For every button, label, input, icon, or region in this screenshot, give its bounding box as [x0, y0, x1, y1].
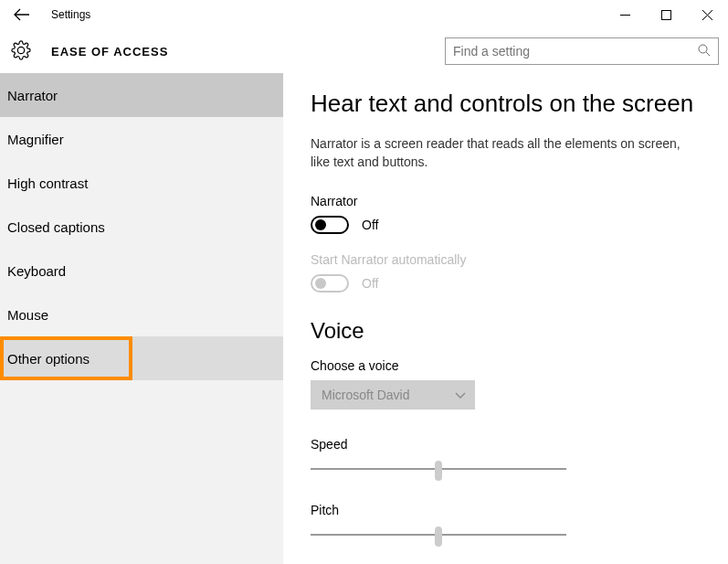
sidebar-item-label: Magnifier: [7, 132, 64, 147]
auto-start-toggle-state: Off: [362, 276, 378, 291]
back-button[interactable]: [13, 5, 31, 24]
sidebar-item-other-options[interactable]: Other options: [0, 336, 283, 380]
svg-point-1: [699, 45, 707, 53]
sidebar-item-keyboard[interactable]: Keyboard: [0, 249, 283, 293]
choose-voice-label: Choose a voice: [311, 358, 701, 373]
pitch-label: Pitch: [311, 503, 701, 517]
titlebar: Settings: [0, 0, 728, 29]
app-title: Settings: [51, 8, 90, 21]
sidebar-item-label: Keyboard: [7, 263, 66, 279]
content-panel: Hear text and controls on the screen Nar…: [283, 73, 728, 564]
sidebar-item-label: Narrator: [7, 88, 58, 103]
header: EASE OF ACCESS: [0, 29, 728, 73]
narrator-toggle[interactable]: [311, 216, 349, 234]
gear-icon: [11, 40, 31, 63]
sidebar-item-label: Other options: [7, 351, 90, 367]
voice-heading: Voice: [311, 318, 701, 344]
sidebar-item-mouse[interactable]: Mouse: [0, 293, 283, 336]
sidebar-item-label: Closed captions: [7, 219, 105, 235]
sidebar-item-high-contrast[interactable]: High contrast: [0, 161, 283, 205]
slider-thumb[interactable]: [435, 527, 442, 547]
voice-selected: Microsoft David: [322, 388, 409, 402]
sidebar: Narrator Magnifier High contrast Closed …: [0, 73, 283, 564]
maximize-button[interactable]: [646, 0, 687, 29]
voice-dropdown: Microsoft David: [311, 380, 475, 410]
speed-slider[interactable]: [311, 459, 566, 481]
search-box[interactable]: [445, 37, 719, 65]
auto-start-toggle: [311, 274, 349, 293]
minimize-button[interactable]: [605, 0, 646, 29]
page-description: Narrator is a screen reader that reads a…: [311, 134, 701, 172]
sidebar-item-closed-captions[interactable]: Closed captions: [0, 205, 283, 249]
narrator-toggle-state: Off: [362, 218, 378, 232]
close-button[interactable]: [687, 0, 728, 29]
search-input[interactable]: [453, 44, 698, 59]
page-heading: Hear text and controls on the screen: [311, 90, 701, 118]
chevron-down-icon: [455, 389, 466, 404]
sidebar-item-label: Mouse: [7, 307, 48, 323]
window-controls: [605, 0, 728, 29]
svg-rect-0: [662, 10, 671, 19]
sidebar-item-narrator[interactable]: Narrator: [0, 73, 283, 117]
pitch-slider[interactable]: [311, 525, 566, 547]
sidebar-item-magnifier[interactable]: Magnifier: [0, 117, 283, 161]
search-icon: [698, 44, 711, 59]
sidebar-item-label: High contrast: [7, 176, 88, 191]
slider-thumb[interactable]: [435, 461, 442, 481]
narrator-label: Narrator: [311, 194, 701, 208]
auto-start-label: Start Narrator automatically: [311, 252, 701, 267]
section-title: EASE OF ACCESS: [51, 45, 168, 59]
speed-label: Speed: [311, 437, 701, 452]
